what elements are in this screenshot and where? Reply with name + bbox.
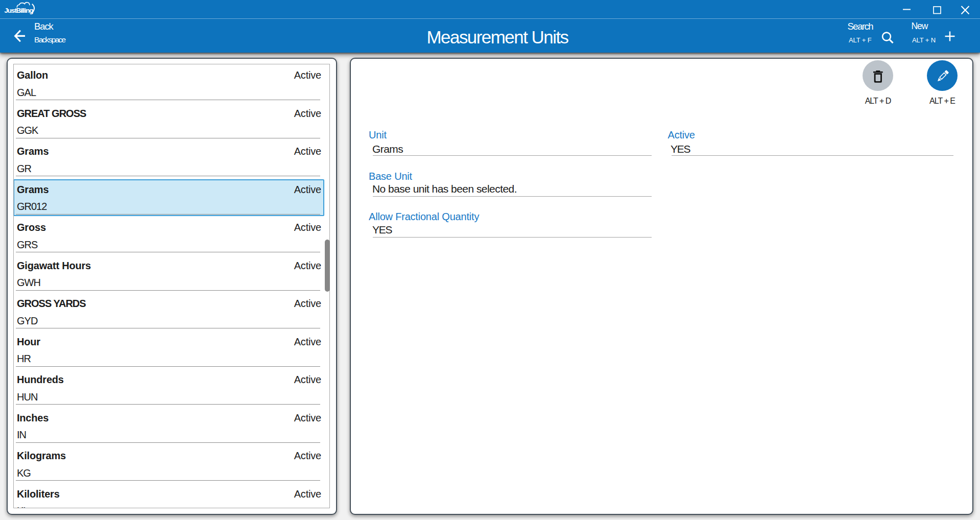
svg-text:JustBilling: JustBilling (5, 7, 34, 14)
